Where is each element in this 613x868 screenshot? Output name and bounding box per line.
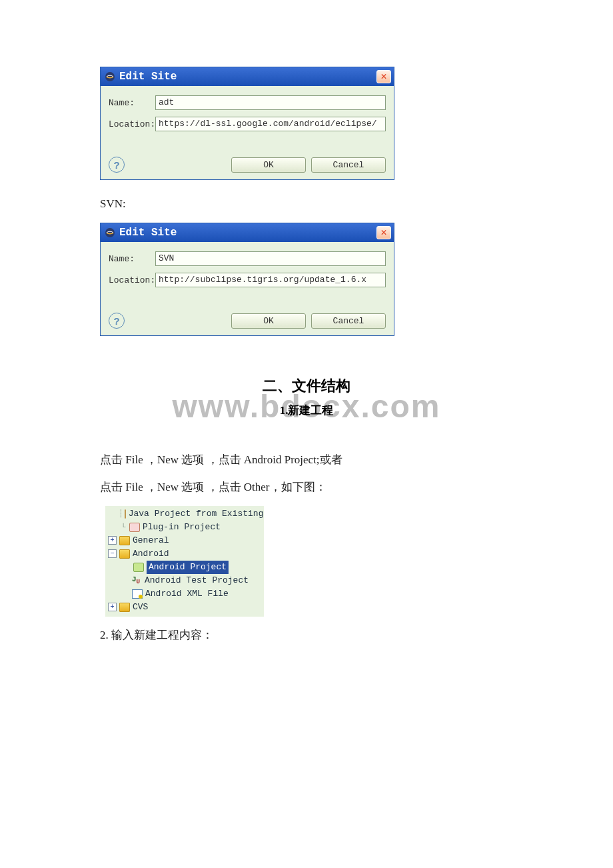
- close-icon: ✕: [380, 72, 386, 82]
- svn-label: SVN:: [100, 193, 513, 215]
- eclipse-icon: [105, 227, 115, 238]
- location-input[interactable]: http://subclipse.tigris.org/update_1.6.x: [155, 273, 386, 287]
- collapse-icon[interactable]: −: [108, 549, 117, 558]
- xml-file-icon: [132, 589, 143, 599]
- tree-guide-icon: ┆: [119, 507, 123, 521]
- heading-section: 二、文件结构: [100, 376, 513, 396]
- instruction-line-2: 点击 File ，New 选项 ，点击 Other，如下图：: [100, 477, 513, 498]
- project-icon: [129, 523, 140, 532]
- tree-item-plugin-project[interactable]: └ Plug-in Project: [108, 521, 261, 534]
- android-project-icon: [133, 563, 144, 572]
- dialog-title: Edit Site: [119, 71, 177, 83]
- expand-icon[interactable]: +: [108, 603, 117, 611]
- ok-button[interactable]: OK: [231, 157, 306, 173]
- tree-item-label: Android XML File: [145, 587, 229, 601]
- section-heading-area: www.bdocx.com 二、文件结构 1.新建工程: [100, 376, 513, 436]
- tree-item-label: Android: [133, 547, 169, 561]
- eclipse-icon: [105, 71, 115, 82]
- tree-item-cvs[interactable]: + CVS: [108, 601, 261, 614]
- folder-icon: [119, 603, 130, 612]
- tree-item-label: General: [133, 534, 169, 547]
- name-label: Name:: [109, 254, 155, 264]
- new-project-tree: ┆ Java Project from Existing └ Plug-in P…: [105, 506, 264, 617]
- tree-item-android-test-project[interactable]: JU Android Test Project: [108, 574, 261, 587]
- location-input[interactable]: https://dl-ssl.google.com/android/eclips…: [155, 117, 386, 131]
- tree-item-label: Android Test Project: [145, 574, 249, 587]
- step-2-text: 2. 输入新建工程内容：: [100, 625, 513, 646]
- titlebar[interactable]: Edit Site ✕: [101, 67, 394, 86]
- cancel-button[interactable]: Cancel: [311, 313, 386, 329]
- close-button[interactable]: ✕: [376, 70, 391, 83]
- edit-site-dialog-svn: Edit Site ✕ Name: SVN Location: http://s…: [100, 223, 394, 336]
- help-icon[interactable]: ?: [109, 313, 125, 329]
- folder-icon: [119, 536, 130, 545]
- folder-icon: [119, 549, 130, 559]
- tree-item-android[interactable]: − Android: [108, 547, 261, 561]
- location-label: Location:: [109, 275, 155, 285]
- project-icon: [125, 509, 126, 519]
- name-input[interactable]: adt: [155, 95, 386, 110]
- dialog-title: Edit Site: [119, 227, 177, 239]
- junit-icon: JU: [132, 573, 143, 589]
- close-button[interactable]: ✕: [376, 226, 391, 239]
- tree-guide-icon: └: [119, 521, 128, 534]
- help-icon[interactable]: ?: [109, 157, 125, 173]
- tree-item-label: Java Project from Existing: [129, 507, 264, 521]
- expand-icon[interactable]: +: [108, 536, 117, 545]
- tree-item-java-existing[interactable]: ┆ Java Project from Existing: [108, 507, 261, 521]
- tree-item-android-xml-file[interactable]: Android XML File: [108, 587, 261, 601]
- tree-item-label: Android Project: [147, 561, 229, 574]
- instruction-line-1: 点击 File ，New 选项 ，点击 Android Project;或者: [100, 449, 513, 471]
- heading-subsection: 1.新建工程: [100, 403, 513, 418]
- tree-item-general[interactable]: + General: [108, 534, 261, 547]
- close-icon: ✕: [380, 228, 386, 238]
- titlebar[interactable]: Edit Site ✕: [101, 223, 394, 242]
- tree-item-android-project[interactable]: Android Project: [108, 561, 261, 574]
- name-input[interactable]: SVN: [155, 251, 386, 266]
- name-label: Name:: [109, 98, 155, 108]
- cancel-button[interactable]: Cancel: [311, 157, 386, 173]
- location-label: Location:: [109, 119, 155, 129]
- edit-site-dialog-adt: Edit Site ✕ Name: adt Location: https://…: [100, 67, 394, 180]
- tree-item-label: Plug-in Project: [143, 521, 221, 534]
- ok-button[interactable]: OK: [231, 313, 306, 329]
- tree-item-label: CVS: [133, 601, 148, 614]
